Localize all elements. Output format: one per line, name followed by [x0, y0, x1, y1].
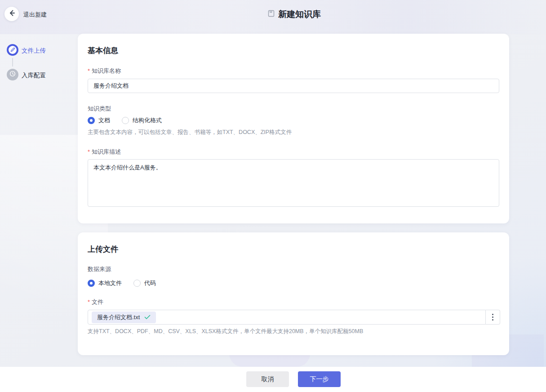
- radio-unselected-icon: [133, 280, 141, 287]
- radio-option-code[interactable]: 代码: [133, 279, 156, 287]
- kb-name-input[interactable]: [88, 79, 499, 93]
- step-label-storage-config[interactable]: 入库配置: [22, 71, 46, 80]
- kb-type-radio-group: 文档 结构化格式: [88, 116, 162, 125]
- basic-info-card: 基本信息 知识库名称 知识类型 文档 结构化格式 主要包含文本内容，可以包括文章…: [78, 34, 509, 223]
- kb-desc-textarea[interactable]: 本文本介绍什么是A服务。: [88, 159, 499, 207]
- file-more-actions-button[interactable]: [486, 310, 500, 325]
- kb-type-label: 知识类型: [88, 105, 111, 113]
- notebook-icon: [268, 9, 275, 19]
- radio-option-structured[interactable]: 结构化格式: [122, 116, 162, 125]
- footer-bar: 取消 下一步: [0, 367, 546, 392]
- cancel-button[interactable]: 取消: [246, 371, 289, 387]
- upload-card: 上传文件 数据来源 本地文件 代码 文件 服务介绍文档.txt 支持TXT、DO…: [78, 232, 509, 355]
- upload-heading: 上传文件: [88, 244, 118, 254]
- step-connector: [12, 58, 13, 67]
- page-title-text: 新建知识库: [278, 9, 321, 20]
- basic-info-heading: 基本信息: [88, 45, 118, 56]
- radio-label: 代码: [144, 279, 156, 287]
- radio-selected-icon: [88, 280, 95, 287]
- kb-type-hint: 主要包含文本内容，可以包括文章、报告、书籍等，如TXT、DOCX、ZIP格式文件: [88, 129, 292, 136]
- radio-label: 文档: [98, 116, 110, 125]
- radio-option-document[interactable]: 文档: [88, 116, 110, 125]
- data-source-radio-group: 本地文件 代码: [88, 279, 156, 287]
- step-file-upload[interactable]: [7, 44, 18, 56]
- exit-create-label[interactable]: 退出新建: [23, 11, 47, 19]
- next-step-button[interactable]: 下一步: [298, 371, 341, 387]
- clock-icon: [9, 71, 16, 79]
- uploaded-file-chip[interactable]: 服务介绍文档.txt: [92, 312, 156, 323]
- file-hint: 支持TXT、DOCX、PDF、MD、CSV、XLS、XLSX格式文件，单个文件最…: [88, 328, 363, 335]
- file-input-box[interactable]: 服务介绍文档.txt: [88, 310, 486, 325]
- back-button[interactable]: [4, 7, 19, 21]
- file-name: 服务介绍文档.txt: [97, 313, 140, 321]
- footer-buttons: 取消 下一步: [246, 371, 341, 387]
- arrow-left-icon: [8, 9, 15, 18]
- kb-desc-label: 知识库描述: [88, 148, 121, 156]
- radio-selected-icon: [88, 117, 95, 124]
- page-title: 新建知识库: [268, 9, 321, 20]
- data-source-label: 数据来源: [88, 265, 111, 273]
- kb-name-label: 知识库名称: [88, 67, 121, 75]
- radio-label: 本地文件: [98, 279, 122, 287]
- step-storage-config[interactable]: [7, 69, 18, 80]
- radio-option-local-file[interactable]: 本地文件: [88, 279, 122, 287]
- radio-unselected-icon: [122, 117, 129, 124]
- pencil-icon: [10, 46, 15, 54]
- file-label: 文件: [88, 298, 103, 306]
- step-label-file-upload[interactable]: 文件上传: [22, 47, 46, 55]
- check-icon: [144, 313, 151, 321]
- file-row: 服务介绍文档.txt: [88, 310, 500, 325]
- radio-label: 结构化格式: [133, 116, 162, 125]
